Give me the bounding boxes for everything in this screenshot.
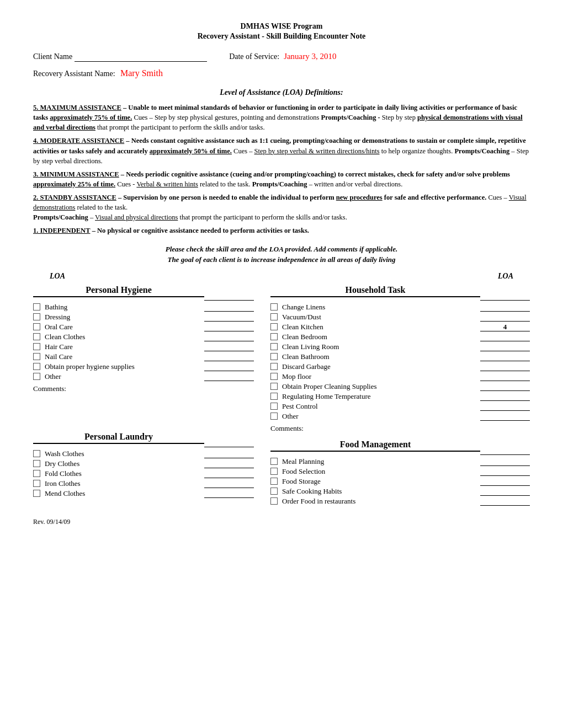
skill-loa-field[interactable] — [480, 392, 530, 401]
definition-1: 1. INDEPENDENT – No physical or cognitiv… — [33, 226, 530, 235]
skill-loa-field[interactable] — [480, 352, 530, 361]
skill-label: Regulating Home Temperature — [282, 392, 480, 401]
checkbox[interactable] — [270, 393, 278, 400]
definition-4: 4. MODERATE ASSISTANCE – Needs constant … — [33, 136, 530, 165]
skill-loa-field[interactable] — [480, 402, 530, 411]
checkbox[interactable] — [33, 480, 40, 487]
skill-label: Hair Care — [45, 342, 204, 351]
skill-loa-field[interactable] — [204, 352, 254, 361]
skill-label: Clean Clothes — [45, 333, 204, 341]
checkbox[interactable] — [270, 468, 278, 475]
checkbox[interactable] — [270, 353, 278, 360]
skill-loa-field[interactable] — [204, 479, 254, 488]
checkbox[interactable] — [33, 373, 40, 380]
skill-label: Bathing — [45, 303, 204, 312]
checkbox[interactable] — [270, 363, 278, 370]
skill-label: Clean Living Room — [282, 342, 480, 351]
skill-label: Mend Clothes — [45, 489, 204, 498]
skill-loa-field[interactable] — [204, 303, 254, 312]
list-item: Other — [33, 372, 254, 381]
skill-loa-field[interactable] — [480, 467, 530, 476]
list-item: Obtain Proper Cleaning Supplies — [270, 382, 530, 391]
list-item: Bathing — [33, 303, 254, 312]
loa-col-label-right: LOA — [498, 272, 513, 281]
skill-loa-field[interactable]: 4 — [480, 323, 530, 331]
checkbox[interactable] — [33, 460, 40, 467]
skill-loa-field[interactable] — [480, 382, 530, 391]
list-item: Change Linens — [270, 303, 530, 312]
definition-3: 3. MINIMUM ASSISTANCE – Needs periodic c… — [33, 169, 530, 189]
checkbox[interactable] — [270, 303, 278, 311]
checkbox[interactable] — [33, 303, 40, 311]
list-item: Clean Kitchen4 — [270, 323, 530, 331]
skill-loa-field[interactable] — [480, 457, 530, 466]
list-item: Dry Clothes — [33, 459, 254, 468]
checkbox[interactable] — [33, 323, 40, 330]
skill-loa-field[interactable] — [204, 459, 254, 468]
checkbox[interactable] — [33, 333, 40, 340]
skill-label: Wash Clothes — [45, 449, 204, 458]
skill-loa-field[interactable] — [480, 303, 530, 312]
checkbox[interactable] — [270, 313, 278, 320]
checkbox[interactable] — [270, 343, 278, 350]
skill-loa-field[interactable] — [204, 449, 254, 458]
skill-loa-field[interactable] — [204, 372, 254, 381]
skill-label: Oral Care — [45, 323, 204, 331]
checkbox[interactable] — [270, 383, 278, 390]
checkbox[interactable] — [270, 458, 278, 465]
skill-loa-field[interactable] — [480, 372, 530, 381]
personal-laundry-loa[interactable] — [204, 447, 254, 447]
checkbox[interactable] — [270, 333, 278, 340]
list-item: Clean Clothes — [33, 333, 254, 341]
skill-loa-field[interactable] — [480, 412, 530, 421]
household-loa[interactable] — [480, 300, 530, 301]
list-item: Food Storage — [270, 477, 530, 486]
skill-loa-field[interactable] — [204, 362, 254, 371]
skill-loa-field[interactable] — [204, 342, 254, 351]
checkbox[interactable] — [33, 313, 40, 320]
skill-loa-field[interactable] — [204, 333, 254, 341]
checkbox[interactable] — [33, 363, 40, 370]
skill-loa-field[interactable] — [480, 313, 530, 322]
skill-loa-field[interactable] — [204, 489, 254, 498]
skill-loa-field[interactable] — [480, 342, 530, 351]
skill-label: Clean Bedroom — [282, 333, 480, 341]
list-item: Clean Bedroom — [270, 333, 530, 341]
checkbox[interactable] — [270, 373, 278, 380]
list-item: Discard Garbage — [270, 362, 530, 371]
skill-loa-field[interactable] — [204, 323, 254, 331]
assistant-name: Mary Smith — [120, 68, 163, 78]
personal-laundry-header: Personal Laundry — [33, 432, 204, 444]
checkbox[interactable] — [270, 488, 278, 495]
skill-label: Fold Clothes — [45, 469, 204, 478]
checkbox[interactable] — [270, 413, 278, 420]
skill-loa-field[interactable] — [480, 362, 530, 371]
checkbox[interactable] — [33, 343, 40, 350]
skill-loa-field[interactable] — [480, 333, 530, 341]
revision-label: Rev. 09/14/09 — [33, 518, 530, 526]
instructions-line2: The goal of each client is to increase i… — [33, 254, 530, 265]
food-management-loa[interactable] — [480, 454, 530, 455]
assistant-label: Recovery Assistant Name: — [33, 69, 115, 78]
skill-label: Obtain proper hygiene supplies — [45, 362, 204, 371]
checkbox[interactable] — [270, 478, 278, 485]
skill-loa-field[interactable] — [480, 497, 530, 506]
checkbox[interactable] — [270, 497, 278, 505]
personal-laundry-list: Wash ClothesDry ClothesFold ClothesIron … — [33, 449, 254, 498]
checkbox[interactable] — [270, 403, 278, 410]
skill-label: Change Linens — [282, 303, 480, 312]
skill-loa-field[interactable] — [204, 469, 254, 478]
skill-loa-field[interactable] — [480, 477, 530, 486]
list-item: Safe Cooking Habits — [270, 487, 530, 496]
skill-loa-field[interactable] — [204, 313, 254, 322]
skill-loa-field[interactable] — [480, 487, 530, 496]
checkbox[interactable] — [33, 470, 40, 477]
checkbox[interactable] — [270, 323, 278, 330]
checkbox[interactable] — [33, 353, 40, 360]
client-name-field[interactable] — [75, 52, 207, 62]
checkbox[interactable] — [33, 450, 40, 457]
skill-label: Other — [45, 372, 204, 381]
personal-hygiene-loa[interactable] — [204, 300, 254, 301]
checkbox[interactable] — [33, 490, 40, 497]
instructions-line1: Please check the skill area and the LOA … — [33, 244, 530, 255]
